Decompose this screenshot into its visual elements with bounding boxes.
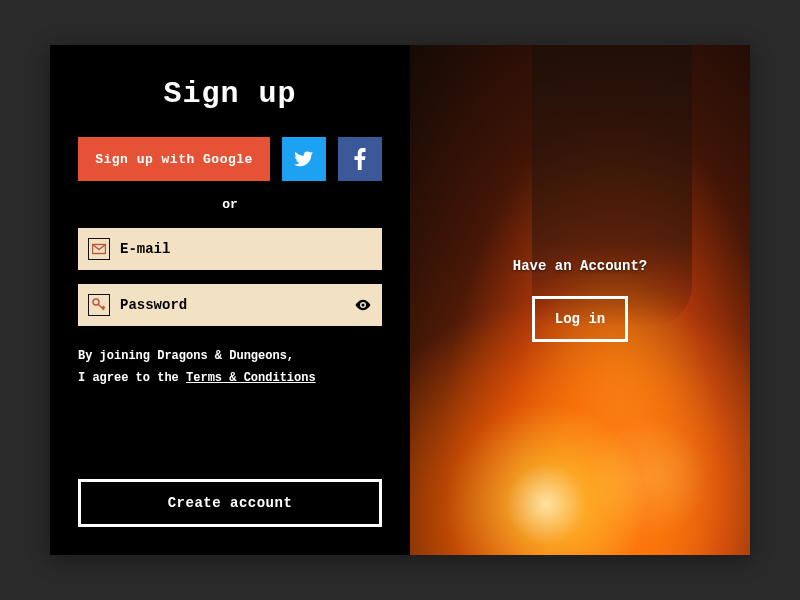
- twitter-signup-button[interactable]: [282, 137, 326, 181]
- key-icon: [88, 294, 110, 316]
- email-input[interactable]: [120, 241, 372, 257]
- or-separator: or: [78, 197, 382, 212]
- show-password-toggle[interactable]: [354, 296, 372, 314]
- facebook-signup-button[interactable]: [338, 137, 382, 181]
- terms-line1: By joining Dragons & Dungeons,: [78, 349, 294, 363]
- email-field-wrapper: [78, 228, 382, 270]
- terms-text: By joining Dragons & Dungeons, I agree t…: [78, 346, 382, 389]
- password-input[interactable]: [120, 297, 344, 313]
- login-button[interactable]: Log in: [532, 296, 628, 342]
- mail-icon: [88, 238, 110, 260]
- signup-card: Sign up Sign up with Google or: [50, 45, 750, 555]
- svg-point-2: [362, 304, 365, 307]
- signup-panel: Sign up Sign up with Google or: [50, 45, 410, 555]
- have-account-prompt: Have an Account?: [513, 258, 647, 274]
- password-field-wrapper: [78, 284, 382, 326]
- login-panel: Have an Account? Log in: [410, 45, 750, 555]
- signup-title: Sign up: [78, 77, 382, 111]
- terms-link[interactable]: Terms & Conditions: [186, 371, 316, 385]
- facebook-icon: [353, 148, 367, 170]
- google-signup-button[interactable]: Sign up with Google: [78, 137, 270, 181]
- social-buttons-row: Sign up with Google: [78, 137, 382, 181]
- eye-icon: [354, 296, 372, 314]
- create-account-button[interactable]: Create account: [78, 479, 382, 527]
- twitter-icon: [294, 149, 314, 169]
- terms-line2-prefix: I agree to the: [78, 371, 186, 385]
